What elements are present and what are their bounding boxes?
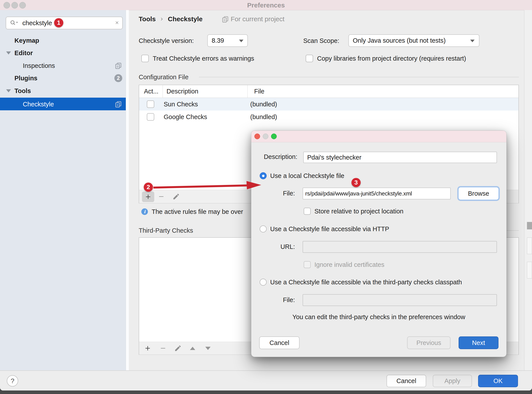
table-header-row: Act... Description File xyxy=(139,85,518,98)
remove-check-button[interactable] xyxy=(160,345,166,352)
sidebar-item-editor[interactable]: Editor xyxy=(0,47,126,59)
sidebar-item-plugins[interactable]: Plugins 2 xyxy=(0,72,126,84)
add-configuration-button[interactable] xyxy=(142,192,154,202)
active-rules-info-text: The active rules file may be over xyxy=(152,207,243,216)
column-header-file[interactable]: File xyxy=(254,87,264,95)
sidebar-item-inspections[interactable]: Inspections xyxy=(0,59,126,72)
annotation-arrow xyxy=(151,178,265,192)
window-titlebar: Preferences xyxy=(0,0,532,10)
table-row[interactable]: Google Checks (bundled) xyxy=(139,110,518,123)
background-window-fragment xyxy=(527,222,532,229)
checkstyle-version-label: Checkstyle version: xyxy=(139,36,194,45)
remove-configuration-button[interactable] xyxy=(158,193,164,200)
edit-configuration-button[interactable] xyxy=(172,193,180,200)
background-window-edge xyxy=(524,10,532,370)
file-label: File: xyxy=(279,189,295,197)
configuration-file-section-title: Configuration File xyxy=(139,73,189,81)
description-label: Description: xyxy=(258,153,297,161)
column-header-active[interactable]: Act... xyxy=(144,87,158,95)
breadcrumb-parent[interactable]: Tools xyxy=(139,15,156,23)
active-checkbox[interactable] xyxy=(147,113,154,121)
per-project-settings-icon xyxy=(115,62,122,69)
scan-scope-label: Scan Scope: xyxy=(303,36,339,45)
use-classpath-file-radio[interactable] xyxy=(260,279,267,286)
classpath-file-input[interactable] xyxy=(303,294,497,306)
move-down-button[interactable] xyxy=(205,347,211,350)
copy-libraries-label: Copy libraries from project directory (r… xyxy=(317,54,466,62)
use-http-file-radio[interactable] xyxy=(260,225,267,233)
description-input[interactable]: Pdai's stylechecker xyxy=(303,152,497,163)
third-party-section-title: Third-Party Checks xyxy=(139,226,193,235)
move-up-button[interactable] xyxy=(190,347,195,350)
clear-search-icon[interactable]: × xyxy=(115,17,119,29)
file2-label: File: xyxy=(279,296,295,304)
dialog-previous-button[interactable]: Previous xyxy=(407,337,450,349)
scope-label: For current project xyxy=(231,15,284,23)
plus-icon xyxy=(145,193,151,200)
file-path-input[interactable]: rs/pdai/pdai/www/java-junit5/checkstyle.… xyxy=(303,188,451,199)
dialog-titlebar xyxy=(251,131,506,142)
treat-errors-checkbox[interactable] xyxy=(141,55,149,62)
add-configuration-dialog: Description: Pdai's stylechecker Use a l… xyxy=(251,130,507,357)
sidebar-item-keymap[interactable]: Keymap xyxy=(0,34,126,47)
dialog-next-button[interactable]: Next xyxy=(458,337,499,349)
dialog-cancel-button[interactable]: Cancel xyxy=(259,337,300,349)
use-classpath-file-label: Use a Checkstyle file accessible via the… xyxy=(270,278,462,286)
settings-sidebar: checkstyle × Keymap Editor Inspections P… xyxy=(0,10,129,370)
preferences-window: Preferences checkstyle × Keymap Editor I… xyxy=(0,0,532,390)
background-window-fragment xyxy=(527,262,532,278)
browse-button[interactable]: Browse xyxy=(458,187,499,200)
store-relative-checkbox[interactable] xyxy=(304,208,311,215)
close-dialog-icon[interactable] xyxy=(254,134,260,139)
edit-check-button[interactable] xyxy=(174,345,182,352)
table-row[interactable]: Sun Checks (bundled) xyxy=(139,98,518,110)
use-http-file-label: Use a Checkstyle file accessible via HTT… xyxy=(270,225,389,233)
annotation-step-2: 2 xyxy=(144,182,153,192)
copy-libraries-checkbox[interactable] xyxy=(306,55,313,62)
cancel-button[interactable]: Cancel xyxy=(386,375,426,387)
info-icon: i xyxy=(141,208,148,215)
treat-errors-label: Treat Checkstyle errors as warnings xyxy=(153,54,254,62)
add-check-button[interactable] xyxy=(144,345,151,352)
footer-bar: ? Cancel Apply OK xyxy=(0,370,532,390)
per-project-settings-icon xyxy=(222,16,229,23)
active-checkbox[interactable] xyxy=(147,100,154,108)
sidebar-scrollbar[interactable] xyxy=(126,10,129,370)
annotation-step-1: 1 xyxy=(54,18,63,27)
section-divider xyxy=(199,77,519,77)
column-divider xyxy=(163,85,163,98)
chevron-down-icon[interactable] xyxy=(6,89,11,92)
plugins-count-badge: 2 xyxy=(114,74,122,82)
zoom-dialog-icon[interactable] xyxy=(271,134,277,139)
search-icon xyxy=(10,20,19,26)
breadcrumb-current: Checkstyle xyxy=(168,15,202,23)
apply-button[interactable]: Apply xyxy=(433,375,472,387)
sidebar-item-tools[interactable]: Tools xyxy=(0,84,126,97)
column-divider xyxy=(247,85,248,98)
search-query-text: checkstyle xyxy=(22,17,52,29)
url-label: URL: xyxy=(279,243,295,251)
third-party-note: You can edit the third-party checks in t… xyxy=(251,313,506,321)
window-title: Preferences xyxy=(0,1,532,9)
annotation-step-3: 3 xyxy=(352,178,361,187)
ignore-certificates-label: Ignore invalid certificates xyxy=(314,260,384,269)
settings-search-input[interactable]: checkstyle × xyxy=(6,17,123,29)
ignore-certificates-checkbox[interactable] xyxy=(304,261,311,268)
store-relative-label: Store relative to project location xyxy=(314,207,403,215)
scan-scope-select[interactable]: Only Java sources (but not tests) xyxy=(348,34,479,47)
per-project-settings-icon xyxy=(115,101,122,108)
breadcrumb-separator: › xyxy=(161,15,163,23)
background-window-fragment xyxy=(527,238,532,254)
chevron-down-icon xyxy=(239,40,243,42)
help-button[interactable]: ? xyxy=(7,375,18,387)
ok-button[interactable]: OK xyxy=(478,375,518,387)
chevron-down-icon xyxy=(470,40,474,42)
checkstyle-version-select[interactable]: 8.39 xyxy=(207,34,248,47)
sidebar-item-checkstyle-selected[interactable]: Checkstyle xyxy=(0,98,126,110)
column-header-description[interactable]: Description xyxy=(167,87,198,95)
minimize-dialog-icon[interactable] xyxy=(263,134,269,139)
url-input[interactable] xyxy=(303,241,497,253)
chevron-down-icon[interactable] xyxy=(6,52,11,55)
use-local-file-label: Use a local Checkstyle file xyxy=(270,172,344,180)
